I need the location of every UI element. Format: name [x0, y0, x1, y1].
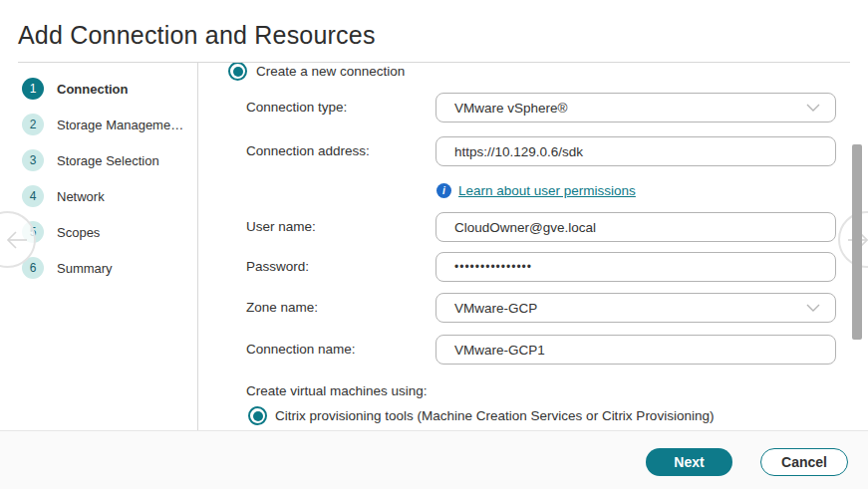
- zone-name-label: Zone name:: [246, 293, 318, 323]
- step-label: Network: [57, 189, 105, 204]
- citrix-provisioning-label: Citrix provisioning tools (Machine Creat…: [275, 408, 714, 423]
- user-name-value: CloudOwner@gve.local: [454, 220, 596, 235]
- chevron-down-icon: [805, 103, 821, 113]
- next-button[interactable]: Next: [646, 448, 732, 476]
- password-label: Password:: [246, 252, 309, 282]
- password-input[interactable]: •••••••••••••••: [435, 252, 836, 282]
- step-number-badge: 3: [22, 149, 44, 171]
- user-name-row: User name: CloudOwner@gve.local: [198, 212, 852, 242]
- arrow-left-icon: [2, 225, 32, 255]
- wizard-footer: Next Cancel: [0, 430, 868, 489]
- wizard-step-storage-management[interactable]: 2 Storage Manageme…: [22, 113, 183, 136]
- step-number-badge: 1: [22, 78, 44, 100]
- connection-address-value: https://10.129.0.6/sdk: [454, 144, 583, 159]
- create-vm-using-label: Create virtual machines using:: [246, 383, 852, 398]
- step-label: Storage Selection: [57, 153, 159, 168]
- wizard-content-panel: Create a new connection Connection type:…: [198, 63, 852, 430]
- connection-type-label: Connection type:: [246, 93, 347, 122]
- connection-address-input[interactable]: https://10.129.0.6/sdk: [435, 136, 836, 166]
- user-name-label: User name:: [246, 212, 316, 242]
- connection-type-value: VMware vSphere®: [454, 101, 568, 116]
- create-new-connection-label: Create a new connection: [256, 64, 405, 79]
- create-new-connection-option[interactable]: Create a new connection: [228, 63, 852, 81]
- wizard-step-connection[interactable]: 1 Connection: [22, 77, 129, 101]
- radio-selected-icon[interactable]: [248, 406, 267, 425]
- vertical-scrollbar-thumb[interactable]: [852, 144, 862, 340]
- wizard-step-network[interactable]: 4 Network: [22, 184, 105, 208]
- password-row: Password: •••••••••••••••: [198, 252, 852, 282]
- radio-selected-icon[interactable]: [228, 63, 247, 81]
- step-label: Summary: [57, 261, 113, 276]
- connection-type-row: Connection type: VMware vSphere®: [198, 93, 852, 122]
- connection-address-row: Connection address: https://10.129.0.6/s…: [198, 136, 852, 166]
- step-label: Storage Manageme…: [57, 118, 183, 132]
- page-title: Add Connection and Resources: [18, 21, 376, 50]
- step-label: Connection: [57, 82, 129, 97]
- connection-name-label: Connection name:: [246, 335, 356, 365]
- wizard-step-storage-selection[interactable]: 3 Storage Selection: [22, 148, 159, 172]
- step-label: Scopes: [57, 225, 100, 240]
- info-icon[interactable]: i: [436, 183, 451, 198]
- user-name-input[interactable]: CloudOwner@gve.local: [435, 212, 836, 242]
- citrix-provisioning-option[interactable]: Citrix provisioning tools (Machine Creat…: [248, 406, 852, 425]
- permissions-link[interactable]: Learn about user permissions: [458, 183, 636, 198]
- step-number-badge: 2: [22, 114, 44, 135]
- chevron-down-icon: [805, 303, 821, 313]
- cancel-button[interactable]: Cancel: [760, 448, 848, 476]
- zone-name-value: VMware-GCP: [454, 301, 537, 316]
- wizard-step-summary[interactable]: 6 Summary: [22, 256, 113, 280]
- connection-address-label: Connection address:: [246, 136, 370, 166]
- password-value: •••••••••••••••: [454, 260, 532, 274]
- permissions-help-row: i Learn about user permissions: [436, 183, 852, 198]
- zone-name-row: Zone name: VMware-GCP: [198, 293, 852, 323]
- connection-type-select[interactable]: VMware vSphere®: [435, 93, 836, 122]
- step-number-badge: 4: [22, 185, 44, 207]
- zone-name-select[interactable]: VMware-GCP: [435, 293, 836, 323]
- connection-name-row: Connection name: VMware-GCP1: [198, 335, 852, 365]
- connection-name-value: VMware-GCP1: [454, 343, 545, 358]
- connection-name-input[interactable]: VMware-GCP1: [435, 335, 836, 365]
